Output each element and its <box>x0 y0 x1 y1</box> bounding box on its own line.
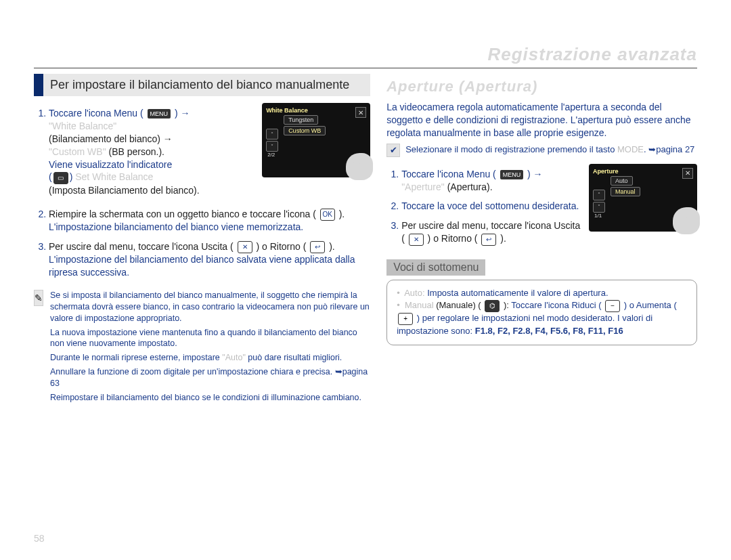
ap-screen-title: Aperture <box>593 168 619 175</box>
aperture-screenshot: Aperture ✕ ˄ ˅ Auto Manual 1/1 <box>589 164 697 232</box>
wb-screen-close-icon: ✕ <box>355 107 366 118</box>
right-heading: Aperture (Apertura) <box>386 78 697 95</box>
wb-set-icon: ▭ <box>53 172 68 184</box>
wb-screen-up-icon: ˄ <box>266 129 278 139</box>
exit-icon: ✕ <box>409 234 424 246</box>
wb-screen-page: 2/2 <box>267 152 275 158</box>
top-rule <box>34 68 697 68</box>
ap-screen-close-icon: ✕ <box>682 168 693 179</box>
precheck-icon: ✔ <box>386 144 400 157</box>
left-note: ✎ Se si imposta il bilanciamento del bia… <box>34 290 370 406</box>
right-step-2: Toccare la voce del sottomenu desiderata… <box>401 200 582 213</box>
exit-icon: ✕ <box>238 241 252 253</box>
right-intro: La videocamera regola automaticamente l'… <box>386 101 697 139</box>
wb-screen-title: White Balance <box>266 107 308 114</box>
minus-icon: − <box>605 300 620 312</box>
left-step-1: Toccare l'icona Menu ( MENU ) → "White B… <box>49 107 255 197</box>
right-step-1: Toccare l'icona Menu ( MENU ) → "Apertur… <box>401 168 582 194</box>
wb-screen-down-icon: ˅ <box>266 141 278 152</box>
wb-screenshot: White Balance ✕ ˄ ˅ Tungsten Custom WB 2… <box>262 103 370 177</box>
submenu-heading: Voci di sottomenu <box>386 259 485 276</box>
menu-chip-icon: MENU <box>500 170 524 179</box>
left-title-bar: Per impostare il bilanciamento del bianc… <box>34 74 370 96</box>
page-number: 58 <box>34 533 45 544</box>
submenu-box: • Auto: Imposta automaticamente il valor… <box>386 280 697 345</box>
bar-accent <box>34 74 43 96</box>
return-icon: ↩ <box>310 241 325 253</box>
precheck: ✔ Selezionare il modo di registrazione p… <box>386 144 697 157</box>
section-header: Registrazione avanzata <box>487 44 697 65</box>
left-title: Per impostare il bilanciamento del bianc… <box>43 74 370 96</box>
return-icon: ↩ <box>481 234 496 246</box>
note-icon: ✎ <box>34 290 43 306</box>
ap-screen-page: 1/1 <box>594 213 602 219</box>
left-step-2: Riempire la schermata con un oggetto bia… <box>49 208 370 234</box>
ap-screen-up-icon: ˄ <box>593 190 605 200</box>
left-step-3: Per uscire dal menu, toccare l'icona Usc… <box>49 240 370 279</box>
ok-icon: OK <box>320 209 335 221</box>
touch-hand-icon <box>673 207 700 234</box>
touch-hand-icon <box>346 153 373 180</box>
ap-screen-down-icon: ˅ <box>593 202 605 213</box>
plus-icon: + <box>398 313 413 325</box>
aperture-dial-icon: ⌬ <box>485 300 500 312</box>
menu-chip-icon: MENU <box>148 109 171 119</box>
right-step-3: Per uscire dal menu, toccare l'icona Usc… <box>401 219 582 245</box>
